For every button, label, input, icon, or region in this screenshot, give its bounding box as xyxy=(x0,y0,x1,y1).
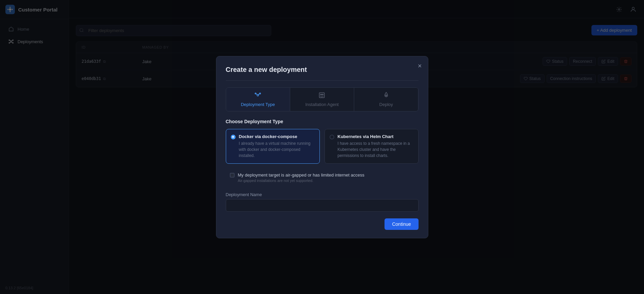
docker-option-title: Docker via docker-compose xyxy=(239,134,315,139)
tab-deployment-type-label: Deployment Type xyxy=(241,102,275,107)
tab-deploy[interactable]: Deploy xyxy=(354,88,418,111)
airgap-text: My deployment target is air-gapped or ha… xyxy=(238,172,365,183)
kubernetes-option-title: Kubernetes via Helm Chart xyxy=(338,134,413,139)
deployment-type-icon xyxy=(254,92,261,100)
deploy-icon xyxy=(383,92,390,100)
docker-option[interactable]: Docker via docker-compose I already have… xyxy=(226,129,320,164)
modal-footer: Continue xyxy=(226,218,419,230)
svg-point-25 xyxy=(322,94,323,95)
svg-point-19 xyxy=(255,93,256,94)
modal-close-button[interactable]: × xyxy=(418,62,422,69)
svg-point-26 xyxy=(386,95,387,96)
tab-installation-agent[interactable]: Installation Agent xyxy=(290,88,354,111)
airgap-sublabel: Air-gapped installations are not yet sup… xyxy=(238,179,365,183)
airgap-label: My deployment target is air-gapped or ha… xyxy=(238,172,365,178)
docker-option-text: Docker via docker-compose I already have… xyxy=(239,134,315,159)
modal-overlay[interactable]: Create a new deployment × Deployment Typ… xyxy=(0,0,644,294)
wizard-tabs: Deployment Type Installation Agent Deplo… xyxy=(226,87,419,111)
modal-title: Create a new deployment xyxy=(226,66,419,74)
svg-point-20 xyxy=(259,93,260,94)
kubernetes-option-desc: I have access to a fresh namespace in a … xyxy=(338,140,413,159)
section-title: Choose Deployment Type xyxy=(226,119,419,124)
airgap-checkbox[interactable] xyxy=(230,173,235,178)
kubernetes-radio xyxy=(330,135,334,139)
tab-deployment-type[interactable]: Deployment Type xyxy=(226,88,290,111)
agent-icon xyxy=(318,92,325,100)
docker-radio xyxy=(231,135,236,139)
docker-option-desc: I already have a virtual machine running… xyxy=(239,140,315,159)
deployment-name-label: Deployment Name xyxy=(226,192,419,197)
svg-line-22 xyxy=(258,93,259,95)
svg-point-24 xyxy=(320,94,321,95)
continue-button[interactable]: Continue xyxy=(385,218,418,230)
deployment-name-input[interactable] xyxy=(226,199,419,212)
kubernetes-option[interactable]: Kubernetes via Helm Chart I have access … xyxy=(325,129,419,164)
tab-installation-agent-label: Installation Agent xyxy=(305,102,339,107)
deployment-options: Docker via docker-compose I already have… xyxy=(226,129,419,164)
kubernetes-option-text: Kubernetes via Helm Chart I have access … xyxy=(338,134,413,159)
airgap-row[interactable]: My deployment target is air-gapped or ha… xyxy=(226,169,419,186)
modal-divider xyxy=(226,80,419,81)
svg-line-21 xyxy=(256,93,257,95)
tab-deploy-label: Deploy xyxy=(379,102,393,107)
create-deployment-modal: Create a new deployment × Deployment Typ… xyxy=(216,56,428,238)
